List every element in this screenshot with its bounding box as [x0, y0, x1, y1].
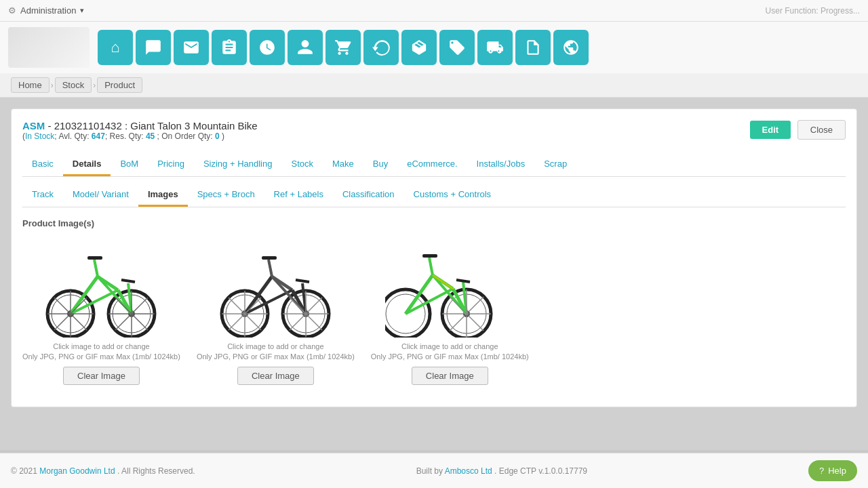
product-title-area: ASM - 210321101432 : Giant Talon 3 Mount… — [22, 120, 258, 149]
tab-basic[interactable]: Basic — [22, 153, 63, 176]
nav-chat-btn[interactable] — [136, 30, 171, 65]
nav-person-btn[interactable] — [288, 30, 323, 65]
image-container-2[interactable] — [211, 239, 340, 338]
res-qty-val: 45 — [146, 131, 155, 141]
images-section: Product Image(s) — [22, 207, 846, 396]
on-order-val: 0 — [215, 131, 220, 141]
tabs-primary: Basic Details BoM Pricing Sizing + Handl… — [22, 153, 846, 177]
main-content: ASM - 210321101432 : Giant Talon 3 Mount… — [0, 98, 868, 450]
tab-scrap[interactable]: Scrap — [534, 153, 576, 176]
nav-wrench-btn[interactable] — [363, 30, 399, 65]
clear-image-btn-3[interactable]: Clear Image — [412, 367, 488, 385]
nav-home-btn[interactable]: ⌂ — [98, 30, 133, 65]
tab-sizing[interactable]: Sizing + Handling — [194, 153, 282, 176]
nav-doc-btn[interactable] — [515, 30, 551, 65]
svg-line-37 — [296, 280, 309, 282]
tab-customs[interactable]: Customs + Controls — [404, 184, 501, 207]
tab-classification[interactable]: Classification — [333, 184, 404, 207]
logo-nav-bar: ⌂ — [0, 22, 868, 73]
in-stock-label: In Stock — [25, 131, 54, 141]
admin-label: Administration — [20, 5, 76, 16]
nav-truck-btn[interactable] — [477, 30, 513, 65]
admin-dropdown-arrow: ▾ — [80, 6, 84, 15]
image-item-1: Click image to add or change Only JPG, P… — [22, 239, 180, 385]
clear-image-btn-2[interactable]: Clear Image — [237, 367, 314, 385]
tab-stock[interactable]: Stock — [281, 153, 323, 176]
image-hint-3: Click image to add or change Only JPG, P… — [371, 342, 529, 363]
image-hint-1: Click image to add or change Only JPG, P… — [22, 342, 180, 363]
breadcrumb-home[interactable]: Home — [11, 77, 50, 93]
tab-track[interactable]: Track — [22, 184, 63, 207]
images-label: Product Image(s) — [22, 218, 846, 228]
nav-tag-btn[interactable] — [439, 30, 475, 65]
svg-line-56 — [429, 258, 433, 275]
top-bar: ⚙ Administration ▾ User Function: Progre… — [0, 0, 868, 22]
svg-line-14 — [121, 280, 135, 282]
avl-qty-label: Avl. Qty: — [58, 131, 89, 141]
tab-ecommerce[interactable]: eCommerce. — [397, 153, 467, 176]
tab-pricing[interactable]: Pricing — [148, 153, 194, 176]
tab-buy[interactable]: Buy — [363, 153, 397, 176]
nav-globe-btn[interactable] — [553, 30, 589, 65]
image-item-3: Click image to add or change Only JPG, P… — [371, 239, 529, 385]
nav-cart-btn[interactable] — [326, 30, 361, 65]
avl-qty-val: 647 — [92, 131, 105, 141]
product-actions: Edit Close — [750, 120, 846, 140]
tab-model-variant[interactable]: Model/ Variant — [63, 184, 138, 207]
breadcrumb-sep-1: › — [51, 81, 54, 90]
product-header: ASM - 210321101432 : Giant Talon 3 Mount… — [22, 120, 846, 149]
tab-images[interactable]: Images — [138, 184, 188, 207]
product-code: 210321101432 — [54, 120, 122, 131]
image-hint-2: Click image to add or change Only JPG, P… — [197, 342, 355, 363]
image-container-3[interactable] — [385, 239, 514, 338]
tab-installs[interactable]: Installs/Jobs — [467, 153, 535, 176]
product-name: Giant Talon 3 Mountain Bike — [130, 120, 257, 131]
edit-button[interactable]: Edit — [750, 121, 791, 139]
product-title: ASM - 210321101432 : Giant Talon 3 Mount… — [22, 120, 258, 131]
svg-line-11 — [94, 260, 98, 277]
close-button[interactable]: Close — [797, 120, 846, 140]
product-status: (In Stock; Avl. Qty: 647; Res. Qty: 45 ;… — [22, 131, 258, 141]
svg-rect-12 — [87, 256, 102, 260]
nav-clock-btn[interactable] — [250, 30, 285, 65]
tab-ref-labels[interactable]: Ref + Labels — [264, 184, 333, 207]
nav-email-btn[interactable] — [174, 30, 209, 65]
svg-rect-35 — [262, 256, 277, 260]
on-order-label: On Order Qty: — [161, 131, 212, 141]
clear-image-btn-1[interactable]: Clear Image — [63, 367, 140, 385]
image-container-1[interactable] — [37, 239, 165, 338]
nav-icons: ⌂ — [98, 30, 589, 65]
nav-box-btn[interactable] — [401, 30, 437, 65]
user-label: User Function: Progress... — [766, 6, 860, 16]
breadcrumb-stock[interactable]: Stock — [55, 77, 92, 93]
breadcrumb-product[interactable]: Product — [97, 77, 142, 93]
svg-line-34 — [269, 260, 272, 277]
image-item-2: Click image to add or change Only JPG, P… — [197, 239, 355, 385]
tabs-secondary: Track Model/ Variant Images Specs + Broc… — [22, 184, 846, 207]
breadcrumb-sep-2: › — [93, 81, 96, 90]
svg-rect-57 — [422, 254, 437, 258]
breadcrumb: Home › Stock › Product — [0, 73, 868, 98]
res-qty-label: Res. Qty: — [110, 131, 144, 141]
images-grid: Click image to add or change Only JPG, P… — [22, 239, 846, 385]
logo — [8, 27, 90, 68]
nav-clipboard-btn[interactable] — [212, 30, 247, 65]
tab-make[interactable]: Make — [323, 153, 363, 176]
tab-specs[interactable]: Specs + Broch — [188, 184, 264, 207]
tab-details[interactable]: Details — [63, 153, 111, 176]
product-separator: - — [48, 120, 54, 131]
gear-icon: ⚙ — [8, 5, 16, 16]
svg-line-59 — [456, 280, 470, 282]
product-card: ASM - 210321101432 : Giant Talon 3 Mount… — [11, 108, 857, 407]
admin-menu[interactable]: ⚙ Administration ▾ — [8, 5, 84, 16]
product-asm: ASM — [22, 120, 45, 131]
tab-bom[interactable]: BoM — [111, 153, 148, 176]
